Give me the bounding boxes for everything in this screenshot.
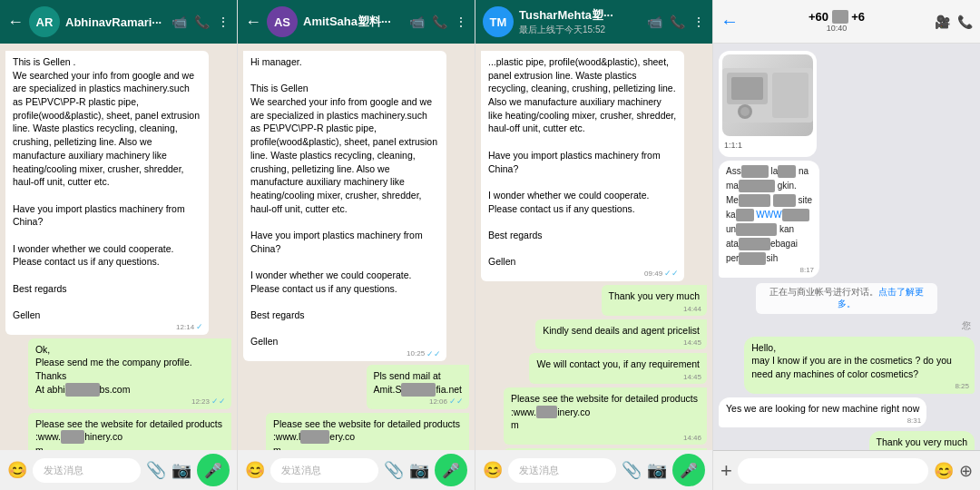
- chat-body-3: ...plastic pipe, profile(wood&plastic), …: [475, 44, 712, 450]
- whatsapp-panel-4: ← +60 ····· +6 10:40 🎥 📞 1:1:1: [713, 0, 980, 490]
- contact-name-1[interactable]: AbhinavRamari···: [65, 15, 166, 29]
- msg-bubble: Please see the website for detailed prod…: [266, 413, 469, 451]
- back-button-1[interactable]: ←: [7, 13, 24, 32]
- msg-time: 8:31: [907, 416, 922, 426]
- emoji-icon-1[interactable]: 😊: [7, 460, 27, 480]
- emoji-icon-2[interactable]: 😊: [245, 460, 265, 480]
- chat-body-2: Hi manager.This is GellenWe searched you…: [238, 44, 475, 450]
- attach-icon-1[interactable]: 📎: [146, 460, 166, 480]
- camera-icon-1[interactable]: 📷: [172, 460, 191, 480]
- msg-bubble: This is Gellen .We searched your info fr…: [5, 51, 209, 335]
- msg-bubble: Please see the website for detailed prod…: [28, 413, 231, 451]
- header-icons-2: 📹 📞 ⋮: [409, 15, 467, 29]
- header-icons-1: 📹 📞 ⋮: [172, 15, 230, 29]
- phone-call-icon-4[interactable]: 📞: [957, 15, 973, 29]
- header-icons-3: 📹 📞 ⋮: [647, 15, 705, 29]
- chat-body-1: This is Gellen .We searched your info fr…: [0, 44, 237, 450]
- contact-name-3[interactable]: TusharMehta塑···: [519, 7, 642, 24]
- whatsapp-panel-3: TM TusharMehta塑··· 最后上线于今天15:52 📹 📞 ⋮ ..…: [475, 0, 713, 490]
- video-icon-1[interactable]: 📹: [172, 15, 187, 29]
- msg-bubble-image: 1:1:1: [719, 51, 817, 157]
- camera-icon-3[interactable]: 📷: [647, 460, 667, 480]
- msg-bubble: We will contact you, if any requirement …: [529, 353, 707, 384]
- chat-footer-4: + 😊 ⊕: [713, 450, 980, 490]
- msg-time: 12:14 ✓: [176, 321, 203, 333]
- chat-header-1: ← AR AbhinavRamari··· 📹 📞 ⋮: [0, 0, 237, 44]
- msg-time: 12:06 ✓✓: [429, 396, 464, 407]
- phone-icon-2[interactable]: 📞: [432, 15, 447, 29]
- avatar-3: TM: [483, 6, 514, 37]
- machine-product-image: [722, 54, 813, 136]
- msg-time: 10:25 ✓✓: [407, 348, 441, 360]
- msg-bubble: ...plastic pipe, profile(wood&plastic), …: [481, 51, 684, 281]
- chat-header-2: ← AS AmitSaha塑料··· 📹 📞 ⋮: [238, 0, 475, 44]
- msg-bubble: Ok,Please send me the company profile. T…: [28, 338, 231, 409]
- attach-icon-3[interactable]: 📎: [622, 460, 642, 480]
- chat-footer-2: 😊 发送消息 📎 📷 🎤: [238, 450, 475, 490]
- contact-info-2: AmitSaha塑料···: [303, 14, 404, 30]
- message-input-1[interactable]: 发送消息: [33, 458, 141, 483]
- msg-bubble: Pls send mail atAmit.S·············fia.n…: [367, 365, 469, 408]
- avatar-2: AS: [267, 6, 298, 37]
- emoji-icon-4b[interactable]: 😊: [934, 461, 954, 481]
- more-icon-3[interactable]: ⋮: [692, 15, 705, 29]
- msg-time: 12:23 ✓✓: [191, 396, 226, 407]
- extra-icon-4[interactable]: ⊕: [959, 461, 973, 481]
- contact-info-4: +60 ····· +6 10:40: [744, 10, 929, 33]
- msg-time: 09:49 ✓✓: [644, 268, 679, 279]
- msg-bubble: Please see the website for detailed prod…: [504, 387, 707, 445]
- msg-bubble: Hello,may I know if you are in the cosme…: [744, 337, 975, 394]
- msg-bubble: Thank you very much ✓✓: [869, 431, 975, 450]
- msg-bubble: Thank you very much 14:44: [602, 285, 707, 316]
- video-icon-2[interactable]: 📹: [409, 15, 425, 29]
- whatsapp-panel-2: ← AS AmitSaha塑料··· 📹 📞 ⋮ Hi manager.This…: [238, 0, 475, 490]
- contact-status-4: 10:40: [744, 24, 929, 33]
- video-call-icon-4[interactable]: 🎥: [935, 15, 950, 29]
- learn-more-link[interactable]: 点击了解更多。: [838, 287, 924, 309]
- contact-status-3: 最后上线于今天15:52: [519, 24, 642, 36]
- chat-footer-1: 😊 发送消息 📎 📷 🎤: [0, 450, 237, 490]
- msg-bubble-looking-for-machine: Yes we are looking for new machine right…: [719, 397, 926, 428]
- back-button-4[interactable]: ←: [720, 11, 739, 32]
- msg-bubble: Hi manager.This is GellenWe searched you…: [243, 51, 446, 361]
- chat-header-3: TM TusharMehta塑··· 最后上线于今天15:52 📹 📞 ⋮: [475, 0, 712, 44]
- chat-header-4: ← +60 ····· +6 10:40 🎥 📞: [713, 0, 980, 44]
- msg-time: 14:45: [683, 338, 701, 348]
- msg-time: 14:44: [683, 304, 701, 314]
- emoji-icon-3[interactable]: 😊: [483, 460, 503, 480]
- msg-time: 8:17: [799, 265, 814, 275]
- header-icons-4: 🎥 📞: [935, 15, 973, 29]
- mic-button-3[interactable]: 🎤: [672, 454, 705, 486]
- message-input-3[interactable]: 发送消息: [508, 458, 616, 483]
- msg-bubble: can you give me your emai, I sent produc…: [504, 448, 707, 450]
- svg-rect-5: [731, 77, 763, 100]
- contact-info-3: TusharMehta塑··· 最后上线于今天15:52: [519, 7, 642, 36]
- svg-point-4: [740, 107, 750, 116]
- contact-name-2[interactable]: AmitSaha塑料···: [303, 14, 404, 30]
- attach-icon-2[interactable]: 📎: [384, 460, 404, 480]
- msg-bubble: Ass la na ma gkin. Me site ka WWW un kan…: [719, 161, 819, 278]
- whatsapp-panel-1: ← AR AbhinavRamari··· 📹 📞 ⋮ This is Gell…: [0, 0, 238, 490]
- phone-icon-3[interactable]: 📞: [670, 15, 685, 29]
- phone-icon-1[interactable]: 📞: [194, 15, 210, 29]
- chat-footer-3: 😊 发送消息 📎 📷 🎤: [475, 450, 712, 490]
- status-banner: 正在与商业帐号进行对话。点击了解更多。: [756, 283, 937, 314]
- avatar-1: AR: [29, 6, 60, 37]
- msg-time: 8:25: [955, 381, 969, 391]
- mic-button-2[interactable]: 🎤: [435, 454, 467, 486]
- contact-info-1: AbhinavRamari···: [65, 15, 166, 29]
- msg-bubble: Kindly send deails and agent pricelist 1…: [535, 319, 707, 350]
- camera-icon-2[interactable]: 📷: [409, 460, 429, 480]
- message-input-4[interactable]: [738, 458, 928, 484]
- video-icon-3[interactable]: 📹: [647, 15, 662, 29]
- contact-name-4[interactable]: +60 ····· +6: [744, 10, 929, 24]
- msg-time: 14:46: [683, 433, 701, 443]
- message-input-2[interactable]: 发送消息: [270, 458, 378, 483]
- plus-icon-4[interactable]: +: [720, 459, 732, 483]
- mic-button-1[interactable]: 🎤: [197, 454, 230, 486]
- chat-body-4: 1:1:1 Ass la na ma gkin. Me site ka WWW …: [713, 44, 980, 450]
- back-button-2[interactable]: ←: [245, 13, 261, 32]
- more-icon-1[interactable]: ⋮: [217, 15, 230, 29]
- msg-time: 14:45: [683, 372, 701, 382]
- more-icon-2[interactable]: ⋮: [455, 15, 467, 29]
